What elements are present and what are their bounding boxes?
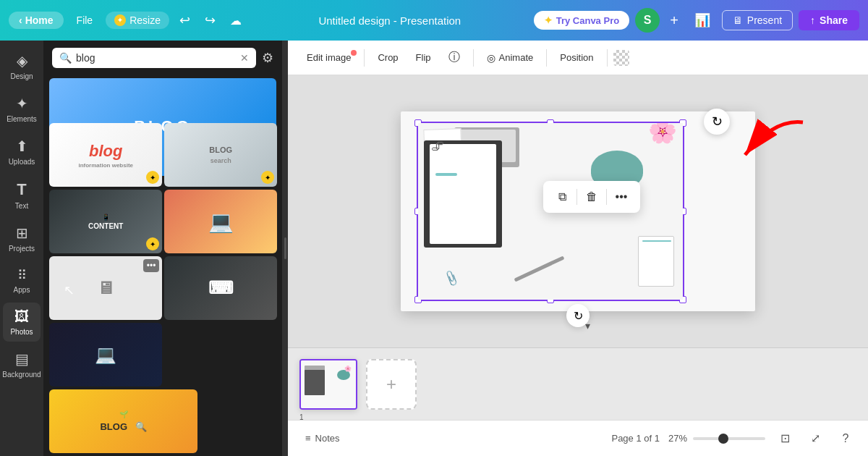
document-title: Untitled design - Presentation [252, 14, 528, 27]
analytics-icon[interactable]: 📊 [689, 9, 716, 31]
sidebar-item-text[interactable]: T Text [3, 174, 41, 216]
page-thumbnail-container: 🌸 1 [299, 359, 357, 410]
float-more-button[interactable]: ••• [610, 185, 633, 208]
canvas-slide: ↻ [401, 111, 755, 311]
thumbnail-strip: 🌸 1 + [288, 347, 868, 420]
rotate-handle[interactable]: ↻ [704, 109, 730, 135]
image-thumb-content[interactable]: 📱 CONTENT ✦ [49, 190, 162, 253]
transparency-indicator[interactable] [613, 50, 629, 66]
crown-icon: ✦ [544, 14, 553, 26]
image-thumb-office[interactable]: 🖥 ••• ↖ [49, 256, 162, 320]
animate-button[interactable]: ◎ Animate [480, 48, 541, 67]
undo-button[interactable]: ↩ [175, 9, 195, 31]
search-clear-icon[interactable]: ✕ [240, 52, 249, 64]
toolbar-divider-4 [607, 49, 608, 67]
flip-label: Flip [416, 52, 431, 63]
image-thumb-yellow-blog[interactable]: 🌱 BLOG 🔍 [49, 389, 197, 453]
redo-button[interactable]: ↪ [200, 9, 220, 31]
share-button[interactable]: ↑ Share [799, 10, 859, 30]
image-thumb-blog-red[interactable]: blog information website ✦ [49, 123, 162, 187]
canvapro-button[interactable]: ✦ Try Canva Pro [534, 11, 629, 30]
notes-button[interactable]: ≡ Notes [299, 430, 346, 447]
zoom-thumb[interactable] [718, 434, 728, 444]
zoom-slider[interactable] [693, 437, 765, 440]
page-info: Page 1 of 1 [611, 433, 660, 444]
add-team-button[interactable]: + [665, 11, 683, 30]
sidebar-item-projects[interactable]: ⊞ Projects [3, 219, 41, 258]
sidebar-item-apps[interactable]: ⠿ Apps [3, 261, 41, 300]
panel-resize-handle[interactable] [282, 41, 288, 456]
canvas-area[interactable]: ↻ [288, 75, 868, 347]
present-label: Present [747, 14, 782, 26]
add-page-button[interactable]: + [366, 359, 417, 410]
sidebar-item-uploads[interactable]: ⬆ Uploads [3, 132, 41, 172]
float-divider-2 [606, 189, 607, 205]
animate-icon: ◎ [487, 52, 495, 64]
rotate-icon: ↻ [712, 114, 723, 130]
notes-label: Notes [315, 433, 340, 444]
monitor-icon: 🖥 [733, 14, 743, 26]
notebook-cover [424, 140, 502, 248]
search-box[interactable]: 🔍 ✕ [52, 48, 256, 68]
notepad [638, 236, 674, 287]
info-button[interactable]: ⓘ [441, 46, 467, 69]
photos-icon: 🖼 [14, 308, 29, 325]
user-avatar[interactable]: S [635, 8, 660, 33]
home-label: Home [25, 14, 54, 26]
page-thumbnail-1[interactable]: 🌸 [299, 359, 357, 410]
search-input[interactable] [76, 52, 236, 64]
crop-button[interactable]: Crop [370, 48, 405, 67]
main-layout: ◈ Design ✦ Elements ⬆ Uploads T Text ⊞ P… [0, 41, 868, 456]
sidebar-item-elements[interactable]: ✦ Elements [3, 89, 41, 129]
image-thumb-laptop-dark[interactable]: 💻 [49, 323, 162, 387]
image-thumb-keyboard[interactable]: ⌨ [164, 256, 277, 320]
fit-page-button[interactable]: ⊡ [774, 428, 796, 449]
sidebar-item-photos[interactable]: 🖼 Photos [3, 303, 41, 342]
fullscreen-button[interactable]: ⤢ [804, 428, 826, 449]
laptop-warm-image: 💻 [164, 190, 277, 253]
crop-label: Crop [378, 52, 398, 63]
file-menu[interactable]: File [69, 12, 101, 29]
image-thumb-laptop-warm[interactable]: 💻 [164, 190, 277, 253]
help-icon: ? [843, 432, 849, 445]
elements-icon: ✦ [16, 95, 28, 112]
selected-image-element[interactable]: ↻ [417, 122, 684, 301]
present-button[interactable]: 🖥 Present [722, 10, 793, 30]
flip-button[interactable]: Flip [409, 48, 438, 67]
add-page-icon: + [386, 374, 396, 394]
blog-person-image: BLOG search [164, 123, 277, 187]
fullscreen-icon: ⤢ [811, 431, 820, 445]
design-icon: ◈ [17, 52, 27, 69]
panel-search-bar: 🔍 ✕ ⚙ [43, 41, 282, 75]
uploads-icon: ⬆ [16, 138, 28, 155]
filter-icon[interactable]: ⚙ [262, 50, 273, 66]
bottom-bar: ≡ Notes Page 1 of 1 27% ⊡ ⤢ ? [288, 420, 868, 456]
home-button[interactable]: ‹ Home [9, 12, 64, 29]
canvapro-label: Try Canva Pro [556, 15, 619, 26]
small-clip: 📎 [442, 269, 460, 287]
position-button[interactable]: Position [553, 48, 600, 67]
binder-clip: 🖇 [431, 139, 444, 154]
resize-button[interactable]: ✦ Resize [106, 12, 169, 29]
sidebar-label-uploads: Uploads [9, 158, 35, 166]
image-thumb-blog-person[interactable]: BLOG search ✦ [164, 123, 277, 187]
float-delete-button[interactable]: 🗑 [580, 185, 603, 208]
page-number-label: 1 [299, 413, 304, 421]
sidebar-label-apps: Apps [14, 286, 30, 294]
keyboard-image: ⌨ [164, 256, 277, 320]
apps-icon: ⠿ [17, 267, 27, 283]
float-copy-button[interactable]: ⧉ [550, 185, 574, 208]
edit-image-button[interactable]: Edit image [299, 48, 358, 67]
copy-icon: ⧉ [558, 190, 566, 203]
animate-label: Animate [499, 52, 534, 63]
yellow-blog-image: 🌱 BLOG 🔍 [49, 389, 197, 453]
help-button[interactable]: ? [835, 428, 856, 449]
text-icon: T [17, 180, 26, 199]
sidebar-item-design[interactable]: ◈ Design [3, 46, 41, 86]
sidebar-item-background[interactable]: ▤ Background [3, 345, 41, 384]
image-options-icon[interactable]: ••• [143, 259, 160, 272]
image-toolbar: Edit image Crop Flip ⓘ ◎ Animate Positio… [288, 41, 868, 75]
canvas-expand-icon[interactable]: ▾ [585, 320, 590, 332]
background-icon: ▤ [15, 350, 29, 368]
notes-icon: ≡ [305, 433, 311, 444]
